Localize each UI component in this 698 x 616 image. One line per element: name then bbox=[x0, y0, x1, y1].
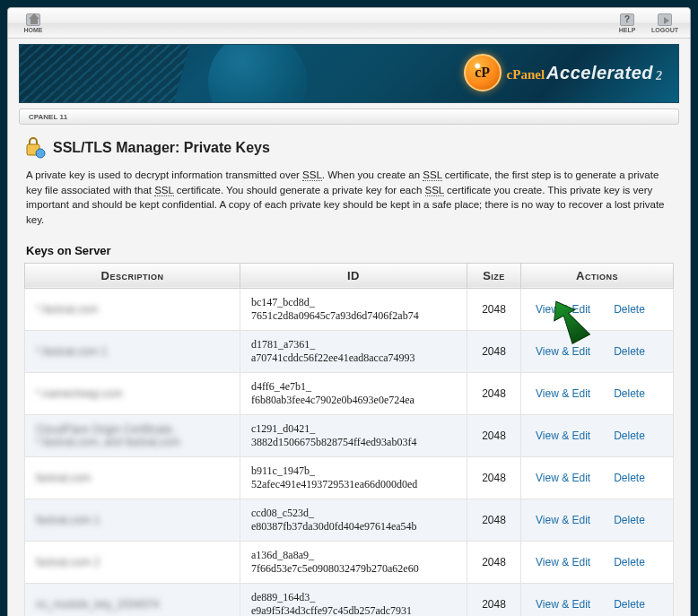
key-id: b911c_1947b_52afec491e4193729531ea66d000… bbox=[240, 456, 467, 499]
delete-link[interactable]: Delete bbox=[614, 514, 645, 526]
view-edit-link[interactable]: View & Edit bbox=[536, 598, 590, 611]
section-title: Keys on Server bbox=[26, 244, 674, 257]
breadcrumb: CPANEL 11 bbox=[19, 108, 679, 125]
col-header-size: Size bbox=[467, 263, 521, 288]
key-description: *.namecheap.com bbox=[36, 387, 123, 400]
col-header-id: ID bbox=[240, 263, 467, 288]
view-edit-link[interactable]: View & Edit bbox=[536, 429, 590, 442]
key-id: de889_164d3_e9a9f5f34d3cffe97c45db257adc… bbox=[240, 583, 467, 616]
delete-link[interactable]: Delete bbox=[614, 303, 645, 316]
key-description: nc_module_key_2034074 bbox=[36, 598, 159, 611]
delete-link[interactable]: Delete bbox=[614, 556, 645, 568]
ssl-manager-icon bbox=[24, 137, 46, 159]
view-edit-link[interactable]: View & Edit bbox=[536, 556, 590, 568]
logout-button[interactable]: LOGOUT bbox=[649, 11, 681, 36]
key-description: fastvat.com bbox=[36, 472, 91, 484]
brand-sub: 2 bbox=[656, 69, 662, 83]
home-label: HOME bbox=[24, 27, 43, 33]
home-button[interactable]: HOME bbox=[17, 11, 49, 36]
key-id: d4ff6_4e7b1_f6b80ab3fee4c7902e0b4693e0e7… bbox=[240, 372, 467, 414]
key-size: 2048 bbox=[467, 330, 521, 372]
col-header-description: Description bbox=[25, 263, 240, 288]
svg-point-1 bbox=[36, 149, 45, 158]
view-edit-link[interactable]: View & Edit bbox=[536, 345, 590, 358]
key-size: 2048 bbox=[467, 414, 521, 456]
table-row: fastvat.com 2a136d_8a8a9_7f66d53e7c5e090… bbox=[25, 541, 674, 583]
key-id: a136d_8a8a9_7f66d53e7c5e0908032479b270a6… bbox=[240, 541, 467, 583]
key-description: fastvat.com 2 bbox=[36, 556, 100, 568]
table-row: fastvat.comb911c_1947b_52afec491e4193729… bbox=[25, 456, 674, 499]
key-size: 2048 bbox=[467, 541, 521, 583]
key-description: CloudFlare Origin Certificate, *.fastvat… bbox=[36, 423, 180, 448]
help-button[interactable]: HELP bbox=[611, 11, 643, 36]
help-label: HELP bbox=[619, 27, 636, 33]
delete-link[interactable]: Delete bbox=[614, 387, 645, 400]
table-row: *.fastvat.combc147_bcd8d_7651c2d8a09645c… bbox=[25, 288, 674, 330]
key-id: bc147_bcd8d_7651c2d8a09645c7a93d6d7406f2… bbox=[240, 288, 467, 330]
delete-link[interactable]: Delete bbox=[614, 345, 645, 358]
key-description: fastvat.com 1 bbox=[36, 514, 100, 526]
delete-link[interactable]: Delete bbox=[614, 472, 645, 484]
help-icon bbox=[620, 13, 634, 26]
brand-cpanel: cPanel bbox=[507, 67, 545, 82]
breadcrumb-item[interactable]: CPANEL 11 bbox=[29, 113, 67, 121]
key-id: d1781_a7361_a70741cddc56f22ee41ead8acca7… bbox=[240, 330, 467, 372]
key-id: c1291_d0421_3882d1506675b828754ff4ed93ab… bbox=[240, 414, 467, 456]
table-row: nc_module_key_2034074de889_164d3_e9a9f5f… bbox=[25, 583, 674, 616]
table-row: *.namecheap.comd4ff6_4e7b1_f6b80ab3fee4c… bbox=[25, 372, 674, 414]
key-size: 2048 bbox=[467, 583, 521, 616]
logout-label: LOGOUT bbox=[651, 27, 678, 33]
logout-icon bbox=[658, 13, 672, 26]
view-edit-link[interactable]: View & Edit bbox=[536, 303, 590, 316]
key-size: 2048 bbox=[467, 288, 521, 330]
top-toolbar: HOME HELP LOGOUT bbox=[8, 8, 690, 39]
table-row: *.fastvat.com 1d1781_a7361_a70741cddc56f… bbox=[25, 330, 674, 372]
view-edit-link[interactable]: View & Edit bbox=[536, 514, 590, 526]
col-header-actions: Actions bbox=[521, 263, 674, 288]
brand-accelerated: Accelerated bbox=[546, 63, 653, 83]
delete-link[interactable]: Delete bbox=[614, 598, 645, 611]
delete-link[interactable]: Delete bbox=[614, 429, 645, 442]
page-description: A private key is used to decrypt informa… bbox=[26, 168, 672, 228]
key-size: 2048 bbox=[467, 456, 521, 499]
table-row: CloudFlare Origin Certificate, *.fastvat… bbox=[25, 414, 674, 456]
keys-table: Description ID Size Actions *.fastvat.co… bbox=[24, 263, 674, 616]
key-size: 2048 bbox=[467, 499, 521, 541]
key-id: ccd08_c523d_e80387fb37da30d0fd404e97614e… bbox=[240, 499, 467, 541]
page-title: SSL/TLS Manager: Private Keys bbox=[53, 140, 270, 156]
brand-banner: cP cPanel Accelerated 2 bbox=[19, 44, 679, 103]
view-edit-link[interactable]: View & Edit bbox=[536, 387, 590, 400]
cpanel-logo-icon: cP bbox=[464, 54, 502, 91]
key-size: 2048 bbox=[467, 372, 521, 414]
table-row: fastvat.com 1ccd08_c523d_e80387fb37da30d… bbox=[25, 499, 674, 541]
key-description: *.fastvat.com bbox=[36, 303, 98, 316]
home-icon bbox=[26, 13, 40, 26]
key-description: *.fastvat.com 1 bbox=[36, 345, 107, 358]
view-edit-link[interactable]: View & Edit bbox=[536, 472, 590, 484]
